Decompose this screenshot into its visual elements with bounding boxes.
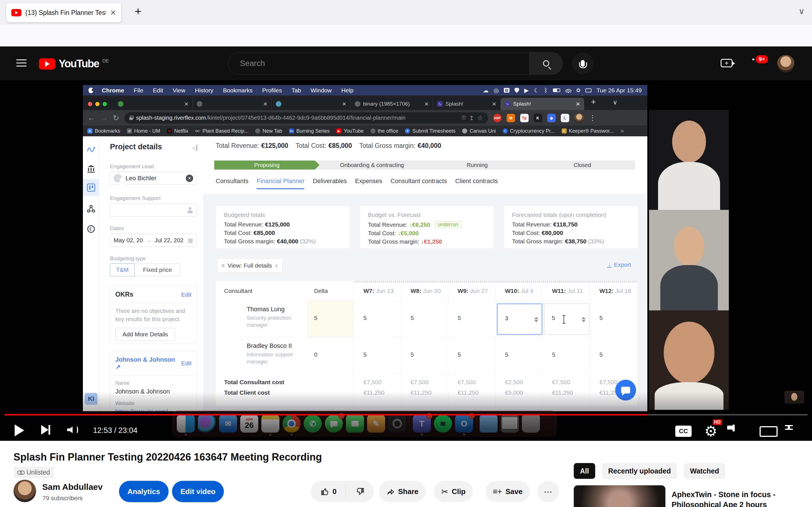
search-tabs-chevron-icon: ∨	[613, 99, 617, 106]
play-button[interactable]	[15, 425, 24, 436]
chip-watched[interactable]: Watched	[684, 463, 725, 479]
guide-menu-icon[interactable]	[16, 57, 27, 69]
tab-client-contracts: Client contracts	[455, 177, 498, 189]
budget-tm-option: T&M	[110, 263, 135, 276]
menu-bar-clock: Tue 26 Apr 15:49	[597, 87, 642, 94]
like-button[interactable]: 0	[313, 487, 342, 496]
search-button[interactable]	[529, 52, 563, 75]
menu-bookmarks: Bookmarks	[223, 87, 253, 94]
next-button[interactable]	[41, 425, 50, 435]
dates-input: May 02, 20 → Jul 22, 202 ▦	[110, 234, 197, 247]
consultant-role: Information support manager	[247, 351, 296, 365]
week-value: 5	[458, 315, 461, 321]
focus-moon-icon: ☾	[534, 87, 539, 94]
settings-gear-icon[interactable]: ⚙HD	[704, 423, 718, 440]
week-input: 5	[544, 304, 589, 335]
time-display: 12:53 / 23:04	[93, 426, 138, 435]
channel-name[interactable]: Sam Abdullaev	[42, 482, 103, 492]
browser-tab[interactable]: (13) Splash Fin Planner Testing 2 ✕	[6, 3, 121, 22]
dates-label: Dates	[110, 225, 124, 231]
browser-tab-bar: (13) Splash Fin Planner Testing 2 ✕ + ∨	[0, 0, 812, 25]
channel-avatar[interactable]	[13, 480, 36, 502]
close-tab-icon[interactable]: ✕	[110, 9, 116, 16]
column-header-week: W11: Jul 11	[552, 288, 583, 294]
stat-value: €40,000	[418, 142, 441, 150]
down-arrow-icon: ↓	[409, 221, 412, 228]
down-arrow-icon: ↓	[421, 238, 424, 245]
youtube-favicon	[11, 9, 21, 16]
bookmark-item: GCPlant Based Recip...	[195, 128, 248, 134]
create-video-icon[interactable]: +	[721, 59, 732, 67]
suggested-video-thumbnail[interactable]	[574, 485, 665, 507]
chip-recently-uploaded[interactable]: Recently uploaded	[602, 463, 677, 479]
globe-favicon	[355, 101, 360, 107]
spotlight-search-icon	[576, 89, 580, 92]
bookmark-item: Canvas Uni	[462, 128, 496, 134]
miniplayer-button[interactable]	[732, 425, 735, 432]
account-avatar[interactable]	[777, 55, 795, 72]
youtube-logo[interactable]: YouTube DE	[39, 58, 109, 70]
search-input[interactable]	[240, 59, 494, 68]
tab-list-chevron-icon[interactable]: ∨	[799, 6, 805, 16]
week-value: 5	[458, 351, 461, 358]
stage-proposing: Proposing	[214, 161, 319, 170]
search-box[interactable]	[228, 52, 529, 75]
week-value: 5	[410, 315, 414, 321]
budget-label: Budgeting type	[110, 256, 146, 262]
svg-text:€: €	[89, 227, 92, 231]
favicon	[118, 101, 123, 107]
volume-button[interactable]	[67, 426, 78, 434]
edit-video-button[interactable]: Edit video	[172, 481, 224, 502]
stat-label: Total Gross margin:	[359, 142, 415, 150]
add-more-details-button: Add More Details	[115, 328, 175, 341]
password-key-icon: ⚿	[462, 115, 466, 121]
chrome-tab: ✕	[193, 98, 272, 110]
thumbs-up-icon	[320, 487, 329, 496]
like-count: 0	[333, 487, 336, 496]
client-name-label: Name	[110, 376, 197, 386]
bookmark-item: ★Bookmarks	[87, 128, 120, 134]
clip-button[interactable]: ✂ Clip	[434, 481, 473, 502]
save-button[interactable]: ≡+ Save	[486, 481, 530, 502]
close-tab-icon: ✕	[263, 101, 267, 107]
chrome-menu-icon: ⋮	[589, 114, 596, 122]
text-cursor-icon	[564, 315, 564, 324]
menu-help: Help	[342, 87, 354, 94]
video-player[interactable]: Chrome File Edit View History Bookmarks …	[0, 80, 812, 441]
progress-bar[interactable]	[4, 414, 808, 415]
share-button[interactable]: Share	[379, 481, 426, 502]
week-value: 5	[505, 351, 508, 358]
keeper-extension-icon: K	[534, 114, 542, 122]
favicon	[276, 101, 282, 107]
theater-mode-button[interactable]	[760, 426, 777, 437]
stepper-icon	[534, 316, 538, 323]
bookmark-item: BsBurning Series	[289, 128, 329, 134]
column-header-week: W9: Jun 27	[458, 288, 488, 294]
bluetooth-icon: ᛒ	[544, 87, 548, 94]
bookmark-favicon: GC	[195, 128, 200, 133]
new-tab-button[interactable]: +	[135, 5, 141, 18]
chip-all[interactable]: All	[574, 463, 595, 479]
bookmark-item: CCryptocurrency Pr...	[503, 128, 555, 134]
analytics-button[interactable]: Analytics	[119, 481, 168, 502]
close-tab-icon: ✕	[492, 101, 497, 107]
suggested-video-title[interactable]: AphexTwin - Stone in focus - Philosophic…	[672, 490, 804, 507]
week-value: 5	[363, 351, 367, 358]
url-path: /kintel/project/0745e913-d64b-4462-9dc9-…	[207, 115, 406, 121]
splash-logo-icon	[87, 145, 95, 154]
back-icon: ←	[87, 114, 95, 122]
stepper-icon	[581, 316, 586, 323]
person-icon	[187, 207, 193, 213]
week-value: 5	[363, 315, 367, 321]
voice-search-button[interactable]	[572, 52, 594, 74]
splash-favicon: ∿	[437, 101, 443, 107]
dislike-button[interactable]	[349, 487, 371, 496]
scissors-icon: ✂	[441, 487, 448, 497]
more-actions-button[interactable]: ⋯	[538, 481, 559, 502]
chrome-profile-avatar	[574, 113, 584, 123]
participant-video	[649, 210, 729, 311]
menu-profiles: Profiles	[262, 87, 282, 94]
consultant-name: Bradley Bosco II	[247, 342, 292, 349]
stat-label: Total Revenue:	[216, 142, 259, 150]
subtitles-button[interactable]: CC	[675, 426, 692, 437]
